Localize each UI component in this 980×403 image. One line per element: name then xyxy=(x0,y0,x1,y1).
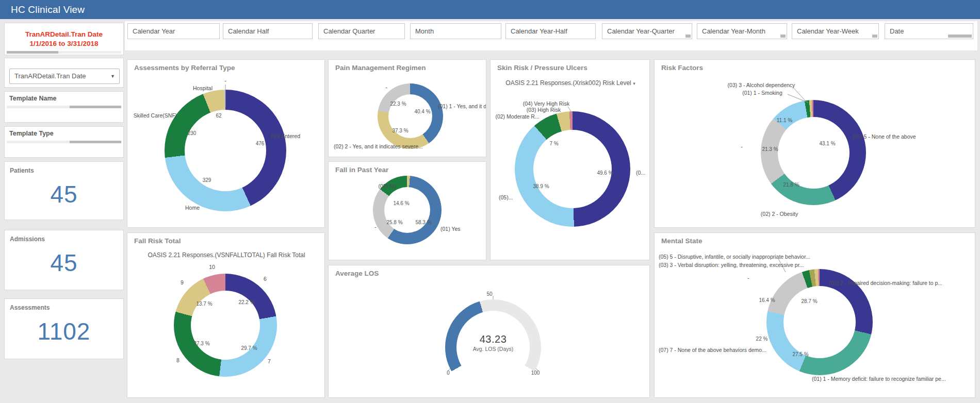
risk-factors-chart-area: (03) 3 - Alcohol dependency(01) 1 - Smok… xyxy=(655,60,975,227)
scrollbar[interactable] xyxy=(7,51,121,54)
chart-label: 50 xyxy=(486,291,492,297)
donut-chart[interactable] xyxy=(378,83,443,149)
chart-label: 22 % xyxy=(756,336,768,342)
filter-box-month[interactable]: Month xyxy=(410,23,501,39)
gauge-chart-area: 50010043.23Avg. LOS (Days) xyxy=(329,265,649,397)
kpi-patients: Patients 45 xyxy=(4,161,124,220)
filter-box-calendar-year-week[interactable]: Calendar Year-Week xyxy=(792,23,879,39)
chart-title: Average LOS xyxy=(335,270,379,277)
chart-title: Pain Management Regimen xyxy=(335,64,426,72)
scrollbar[interactable] xyxy=(7,106,121,108)
page-title: HC Clinical View xyxy=(11,4,85,15)
fall-year-chart-area: (02) No-(01) Yes14.6 %25.8 %58.3 % xyxy=(329,162,486,260)
chart-label: - xyxy=(374,224,377,230)
chart-label: 38.9 % xyxy=(533,183,549,189)
listbox-template-type[interactable]: Template Type xyxy=(4,126,124,158)
chart-label: Not Entered xyxy=(271,133,300,139)
chart-label: (03) 3 - Verbal disruption: yelling, thr… xyxy=(659,262,804,268)
chart-label: (02) 2 - Obesity xyxy=(761,211,798,217)
chart-label: Skilled Care(SNF) xyxy=(134,112,177,119)
kpi-value: 45 xyxy=(5,180,123,208)
chart-label: (01) 1 - Smoking xyxy=(742,90,782,96)
date-field-select[interactable]: TranARDetail.Tran Date ▼ xyxy=(9,69,120,84)
chart-label: (04) Very High Risk xyxy=(523,100,569,107)
filter-box-calendar-year-month[interactable]: Calendar Year-Month xyxy=(697,23,787,39)
chart-label: 13.7 % xyxy=(196,301,212,307)
chart-label: (05) 5 - Disruptive, infantile, or socia… xyxy=(659,254,810,260)
listbox-title: Template Name xyxy=(5,92,123,104)
chart-label: (05) 5 - None of the above xyxy=(853,133,916,140)
filter-box-calendar-year[interactable]: Calendar Year xyxy=(127,23,220,39)
donut-chart[interactable] xyxy=(174,274,277,377)
chart-label: 10 xyxy=(209,264,215,270)
chart-label: 7 xyxy=(268,358,271,364)
chart-label: 14.6 % xyxy=(393,200,409,206)
chart-label: 43.23 xyxy=(480,333,507,345)
scrollbar[interactable] xyxy=(7,141,121,143)
pain-chart-area: -(01) 1 - Yes, and it do...(02) 2 - Yes,… xyxy=(329,60,486,157)
donut-hole xyxy=(384,187,430,233)
donut-hole xyxy=(783,286,856,358)
chart-label: (05)... xyxy=(499,194,513,200)
chart-label: 27.5 % xyxy=(792,351,808,357)
kpi-admissions: Admissions 45 xyxy=(4,230,124,290)
kpi-value: 45 xyxy=(5,249,123,277)
chart-label: Hospital xyxy=(193,85,213,91)
chart-label: 0 xyxy=(447,370,450,376)
filter-box-date[interactable]: Date xyxy=(885,23,973,39)
scrollbar-thumb[interactable] xyxy=(70,141,121,143)
chart-label: 43.1 % xyxy=(819,141,835,146)
donut-hole xyxy=(533,130,612,208)
chart-title: Skin Risk / Pressure Ulcers xyxy=(497,64,587,72)
chart-label: (02) 2 - Yes, and it indicates severe... xyxy=(334,143,423,149)
chart-label: 7 % xyxy=(549,141,558,146)
chart-label: 16.4 % xyxy=(759,297,775,303)
filter-box-calendar-year-half[interactable]: Calendar Year-Half xyxy=(505,23,596,39)
dimension-selector[interactable]: OASIS 2.21 Responses.(Xrisk002) Risk Lev… xyxy=(505,79,635,87)
chart-label: 28.7 % xyxy=(801,298,817,304)
chart-title: Assessments by Referral Type xyxy=(134,64,235,72)
chart-card-fall-in-past-year: (02) No-(01) Yes14.6 %25.8 %58.3 % Fall … xyxy=(328,161,486,260)
chart-title: Risk Factors xyxy=(661,64,703,72)
donut-hole xyxy=(778,117,850,189)
chart-label: 9 xyxy=(181,279,184,286)
chart-label: (02) 2 - Impaired decision-making: failu… xyxy=(829,280,942,286)
date-range-card: TranARDetail.Tran Date 1/1/2016 to 3/31/… xyxy=(4,23,124,55)
filter-box-calendar-quarter[interactable]: Calendar Quarter xyxy=(318,23,405,39)
scrollbar-thumb[interactable] xyxy=(70,106,121,108)
chart-label: 6 xyxy=(264,276,267,282)
chart-label: (01) 1 - Memory deficit: failure to reco… xyxy=(812,376,946,382)
chart-label: 476 xyxy=(256,141,265,146)
filter-box-calendar-half[interactable]: Calendar Half xyxy=(223,23,313,39)
chart-label: 100 xyxy=(531,370,540,376)
date-field-select-value: TranARDetail.Tran Date xyxy=(14,72,86,80)
chart-card-mental-state: (05) 5 - Disruptive, infantile, or socia… xyxy=(654,232,975,398)
filter-box-calendar-year-quarter[interactable]: Calendar Year-Quarter xyxy=(602,23,692,39)
chevron-down-icon: ▾ xyxy=(633,81,635,86)
chart-label: 8 xyxy=(176,357,179,363)
date-range-text: TranARDetail.Tran Date 1/1/2016 to 3/31/… xyxy=(5,23,123,48)
listbox-template-name[interactable]: Template Name xyxy=(4,91,124,123)
chart-label: (03) High Risk xyxy=(527,107,561,113)
kpi-assessments: Assessments 1102 xyxy=(4,298,124,359)
chart-label: 58.3 % xyxy=(415,220,431,225)
donut-chart[interactable] xyxy=(165,90,286,211)
chart-title: Fall in Past Year xyxy=(335,166,388,174)
chart-subtitle: OASIS 2.21 Responses.(VSNFALLTOTAL) Fall… xyxy=(148,251,305,259)
kpi-label: Assessments xyxy=(10,304,50,311)
scrollbar-thumb[interactable] xyxy=(7,51,58,54)
chart-label: 11.1 % xyxy=(777,117,792,123)
date-range-value: 1/1/2016 to 3/31/2018 xyxy=(5,39,123,48)
chart-label: 230 xyxy=(188,130,197,136)
chart-title: Fall Risk Total xyxy=(134,237,181,245)
chart-label: 40.4 % xyxy=(414,109,430,114)
referral-chart-area: -HospitalSkilled Care(SNF)HomeNot Entere… xyxy=(127,60,324,227)
chart-label: 22.3 % xyxy=(390,101,406,107)
chart-label: 21.3 % xyxy=(762,146,778,152)
chart-label: Home xyxy=(185,205,200,211)
skin-risk-chart-area: (04) Very High Risk(03) High Risk(02) Mo… xyxy=(491,60,649,260)
date-field-card: TranARDetail.Tran Date ▼ xyxy=(4,58,124,88)
donut-chart[interactable] xyxy=(761,100,866,205)
donut-chart[interactable] xyxy=(515,111,630,227)
listbox-title: Template Type xyxy=(5,127,123,139)
